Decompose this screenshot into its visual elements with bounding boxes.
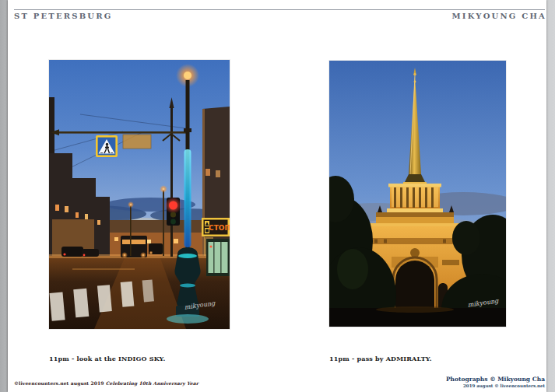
caption-admiralty: 11pm - pass by ADMIRALTY. <box>329 355 432 362</box>
shop-window <box>206 239 230 276</box>
colonnade-tower <box>387 184 443 212</box>
footer-copyright-text: ©liveencounters.net august 2019 <box>14 380 106 386</box>
stop-sign: СТОП <box>202 218 230 236</box>
magazine-page: ST PETERSBURG MIKYOUNG CHA <box>8 0 546 392</box>
footer-copyright: ©liveencounters.net august 2019 Celebrat… <box>14 380 198 386</box>
admiralty-art: mikyoung <box>329 61 506 327</box>
footer-publication-credit: 2019 august © liveencounters.net <box>446 383 545 388</box>
photo-admiralty: mikyoung <box>329 61 506 327</box>
footer-credit: Photographs © Mikyoung Cha 2019 august ©… <box>446 376 545 388</box>
footer-anniversary-text: Celebrating 10th Anniversary Year <box>106 380 198 386</box>
traffic-light <box>165 197 182 226</box>
amber-panel <box>123 135 151 149</box>
header-rule <box>14 9 545 10</box>
caption-indigo-sky: 11pm - look at the INDIGO SKY. <box>49 355 165 362</box>
header-location-title: ST PETERSBURG <box>14 12 113 20</box>
ground <box>329 306 506 327</box>
stop-sign-text: СТОП <box>209 224 230 232</box>
photo-indigo-sky-street: СТОП mikyoung <box>49 60 230 329</box>
pedestrian-crossing-sign <box>96 135 118 157</box>
street-scene-art: СТОП mikyoung <box>49 60 230 329</box>
footer-photographer-credit: Photographs © Mikyoung Cha <box>446 376 545 383</box>
header-author-title: MIKYOUNG CHA <box>452 12 546 20</box>
